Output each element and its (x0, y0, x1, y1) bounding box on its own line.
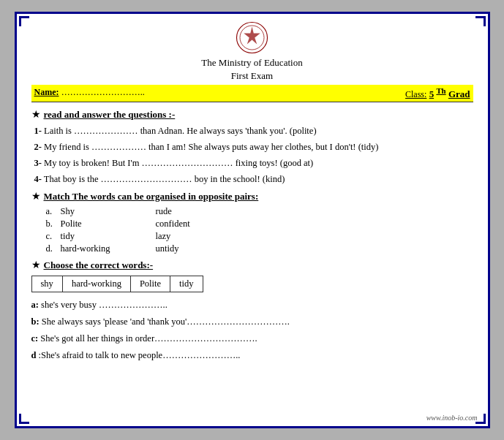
word-tidy: tidy (170, 276, 203, 292)
class-sup: Th (436, 86, 445, 95)
ministry-title: The Ministry of Education (31, 57, 473, 69)
q1-num: 1- (34, 126, 42, 136)
match-b-letter: b. (46, 219, 61, 230)
q4-text: That boy is the ………………………… boy in the sc… (44, 174, 285, 184)
word-polite: Polite (130, 276, 170, 292)
exam-page: The Ministry of Education First Exam Nam… (15, 12, 490, 428)
choose-section: ★ Choose the correct words:- shy hard-wo… (31, 259, 473, 292)
corner-tl (19, 16, 29, 26)
name-label: Name: ……………………….. (34, 86, 145, 100)
class-grade: Grad (448, 88, 470, 99)
q2-text: My friend is ……………… than I am! She alway… (44, 142, 378, 152)
q2-num: 2- (34, 142, 42, 152)
class-num: 5 (429, 88, 435, 99)
match-b-word1: Polite (61, 219, 156, 230)
match-section: ★ Match The words can be organised in op… (31, 190, 473, 254)
ans-c: c: She's got all her things in order…………… (31, 332, 473, 346)
section3-star: ★ (31, 259, 41, 271)
match-a-word2: rude (156, 206, 244, 217)
match-d-letter: d. (46, 243, 61, 254)
q4-num: 4- (34, 174, 42, 184)
match-item-b: b. Polite confident (46, 219, 473, 230)
word-hardworking: hard-working (62, 276, 130, 292)
ans-a: a: she's very busy ………………….. (31, 298, 473, 312)
word-table: shy hard-working Polite tidy (31, 276, 203, 292)
question-4: 4- That boy is the ………………………… boy in the… (34, 172, 473, 186)
ans-b-label: b: (31, 316, 40, 327)
match-list: a. Shy rude b. Polite confident c. tidy … (46, 206, 473, 254)
match-a-word1: Shy (61, 206, 156, 217)
ans-a-label: a: (31, 300, 39, 310)
word-table-row: shy hard-working Polite tidy (31, 276, 203, 292)
q1-text: Laith is ………………… than Adnan. He always s… (44, 126, 317, 136)
ans-a-text: she's very busy ………………….. (41, 300, 168, 310)
section1-star: ★ (31, 108, 41, 121)
class-label-text: Class: (405, 89, 426, 99)
svg-marker-2 (244, 27, 260, 45)
match-item-a: a. Shy rude (46, 206, 473, 217)
logo (236, 21, 268, 54)
name-dots: ……………………….. (61, 87, 145, 97)
match-item-d: d. hard-working untidy (46, 243, 473, 254)
match-d-word1: hard-working (61, 243, 156, 254)
word-shy: shy (31, 276, 62, 292)
ans-b: b: She always says 'please 'and 'thank y… (31, 315, 473, 329)
match-item-c: c. tidy lazy (46, 231, 473, 242)
ans-b-text: She always says 'please 'and 'thank you'… (42, 316, 290, 327)
watermark: www.inob-io.com (426, 414, 478, 422)
section3-header: ★ Choose the correct words:- (31, 259, 473, 271)
ans-d: d :She's afraid to talk to new people………… (31, 349, 473, 363)
corner-tr (475, 16, 486, 26)
match-a-letter: a. (46, 206, 61, 217)
match-c-letter: c. (46, 231, 61, 242)
ans-c-label: c: (31, 333, 39, 344)
question-3: 3- My toy is broken! But I'm ………………………… … (34, 156, 473, 170)
section2-header: ★ Match The words can be organised in op… (31, 190, 473, 202)
ans-d-label: d (31, 350, 37, 360)
section1-header: ★ read and answer the questions :- (31, 108, 473, 121)
ans-c-text: She's got all her things in order…………………… (40, 333, 257, 344)
header: The Ministry of Education First Exam (31, 21, 473, 82)
ans-d-text: :She's afraid to talk to new people……………… (39, 350, 241, 360)
section1-title: read and answer the questions :- (44, 109, 176, 121)
question-2: 2- My friend is ……………… than I am! She al… (34, 140, 473, 154)
question-1: 1- Laith is ………………… than Adnan. He alway… (34, 124, 473, 138)
section2-star: ★ (31, 190, 41, 202)
match-c-word2: lazy (156, 231, 244, 242)
match-b-word2: confident (156, 219, 244, 230)
exam-title: First Exam (31, 70, 473, 82)
match-d-word2: untidy (156, 243, 244, 254)
name-label-text: Name: (34, 87, 59, 97)
corner-bl (19, 414, 29, 424)
questions-list: 1- Laith is ………………… than Adnan. He alway… (34, 124, 473, 186)
q3-text: My toy is broken! But I'm ………………………… fix… (44, 158, 313, 168)
section3-title: Choose the correct words:- (44, 259, 154, 271)
q3-num: 3- (34, 158, 42, 168)
answer-section: a: she's very busy ………………….. b: She alwa… (31, 298, 473, 362)
match-c-word1: tidy (61, 231, 156, 242)
name-class-bar: Name: ……………………….. Class: 5 Th Grad (31, 85, 473, 102)
section2-title: Match The words can be organised in oppo… (44, 191, 259, 202)
class-label-group: Class: 5 Th Grad (405, 86, 470, 100)
